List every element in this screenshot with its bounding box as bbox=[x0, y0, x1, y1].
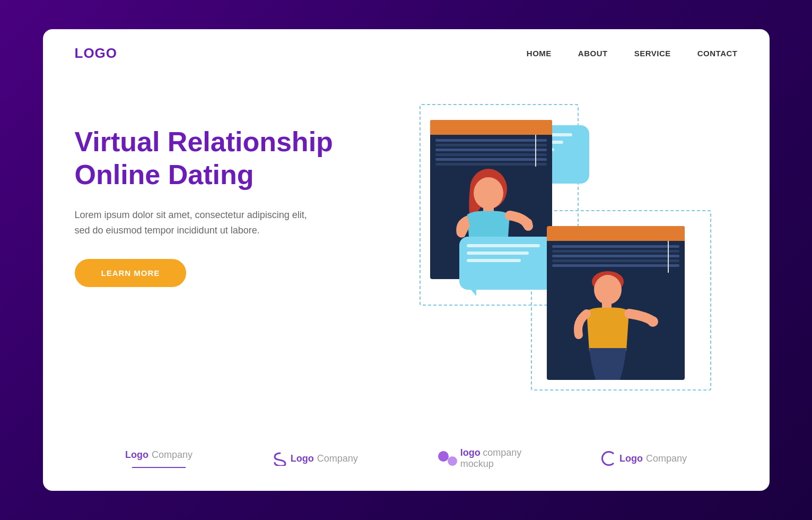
footer-logo-3-bold: logo bbox=[460, 447, 481, 458]
footer-logo-1-bold: Logo bbox=[125, 449, 149, 461]
footer-logo-2-bold: Logo bbox=[291, 453, 314, 464]
bubbles-icon bbox=[438, 451, 457, 466]
footer-logo-4: Logo Company bbox=[601, 451, 687, 466]
footer-logo-4-bold: Logo bbox=[619, 453, 643, 464]
svg-point-3 bbox=[522, 218, 532, 229]
navigation: HOME ABOUT SERVICE CONTACT bbox=[527, 49, 738, 58]
svg-point-1 bbox=[474, 177, 503, 209]
left-section: Virtual Relationship Online Dating Lorem… bbox=[75, 93, 377, 287]
footer-logo-2-text: Company bbox=[317, 453, 358, 464]
window-man bbox=[547, 226, 685, 380]
nav-service[interactable]: SERVICE bbox=[634, 49, 671, 58]
chat-line bbox=[467, 259, 521, 262]
footer-logo-1-underline bbox=[132, 467, 186, 468]
nav-about[interactable]: ABOUT bbox=[578, 49, 608, 58]
learn-more-button[interactable]: LEARN MORE bbox=[75, 259, 187, 287]
window-frame-2 bbox=[547, 226, 685, 380]
headline: Virtual Relationship Online Dating bbox=[75, 125, 377, 192]
footer-logo-2: Logo Company bbox=[273, 451, 358, 466]
footer-logo-3-text: company bbox=[483, 447, 521, 458]
chat-line bbox=[467, 252, 529, 255]
illustration-section bbox=[377, 93, 738, 412]
footer-logo-1-text: Company bbox=[152, 449, 193, 461]
window-top-bar-2 bbox=[547, 226, 685, 241]
nav-contact[interactable]: CONTACT bbox=[697, 49, 738, 58]
main-content: Virtual Relationship Online Dating Lorem… bbox=[43, 72, 770, 470]
svg-point-5 bbox=[594, 275, 622, 305]
svg-point-7 bbox=[648, 316, 658, 327]
c-icon bbox=[601, 451, 616, 466]
chat-bubble-2 bbox=[459, 237, 557, 290]
window-top-bar-1 bbox=[430, 120, 552, 135]
chat-line bbox=[467, 244, 540, 247]
description: Lorem ipsum dolor sit amet, consectetur … bbox=[75, 207, 313, 238]
man-character bbox=[552, 258, 685, 380]
s-icon bbox=[273, 451, 287, 466]
nav-home[interactable]: HOME bbox=[527, 49, 552, 58]
footer-logo-1: Logo Company bbox=[125, 449, 193, 468]
footer-logo-4-text: Company bbox=[646, 453, 687, 464]
logo: LOGO bbox=[75, 45, 118, 62]
footer-logo-3-mockup: mockup bbox=[460, 458, 494, 469]
page-container: LOGO HOME ABOUT SERVICE CONTACT Virtual … bbox=[43, 29, 770, 491]
footer-logo-3: logo company mockup bbox=[438, 447, 522, 470]
header: LOGO HOME ABOUT SERVICE CONTACT bbox=[43, 29, 770, 72]
footer-logos: Logo Company Logo Company bbox=[43, 447, 770, 470]
